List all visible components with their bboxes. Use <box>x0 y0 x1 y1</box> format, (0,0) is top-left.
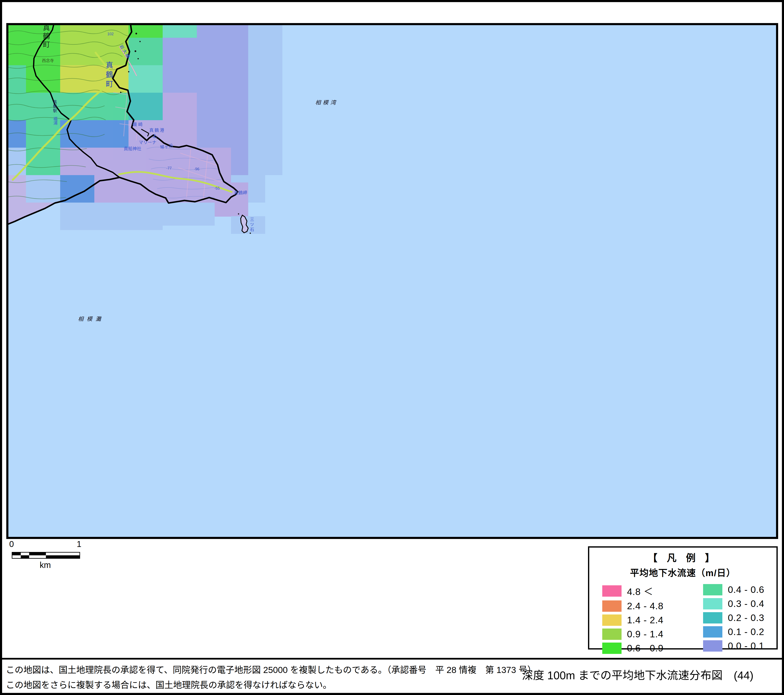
legend-item: 0.2 - 0.3 <box>703 612 764 624</box>
scale-bar-graphic <box>12 552 80 559</box>
velocity-cell <box>248 65 282 93</box>
legend-item: 0.9 - 1.4 <box>602 629 664 640</box>
velocity-cell <box>197 65 248 93</box>
velocity-cell <box>163 38 197 65</box>
velocity-cell <box>163 148 197 175</box>
legend-item-label: 4.8 ＜ <box>627 584 653 598</box>
velocity-cell <box>128 93 163 120</box>
map-sheet-page: 真鶴町 真鶴町 相模湾 相模灘 岩大橋 磯崎 真鶴港 ⚓ マリーナ 貴船神社 琴… <box>0 0 784 695</box>
velocity-cell <box>60 203 94 230</box>
spot-height-77: ·77 <box>166 166 172 170</box>
velocity-cell <box>6 93 26 120</box>
attribution-line-1: この地図は、国土地理院長の承認を得て、同院発行の電子地形図 25000 を複製し… <box>6 663 536 675</box>
legend-item-label: 2.4 - 4.8 <box>627 601 664 612</box>
legend-swatch <box>602 585 621 597</box>
legend-item: 0.6 - 0.9 <box>602 642 664 654</box>
sea-label-sagami-bay: 相模湾 <box>315 100 338 106</box>
town-label-peninsula: 真鶴町 <box>105 61 112 89</box>
map-area: 真鶴町 真鶴町 相模湾 相模灘 岩大橋 磯崎 真鶴港 ⚓ マリーナ 貴船神社 琴… <box>6 23 778 539</box>
spot-height-102: 102 <box>107 32 114 36</box>
legend-item: 0.1 - 0.2 <box>703 626 764 637</box>
legend-swatch <box>703 640 722 652</box>
port-label: 真鶴港 <box>149 128 165 132</box>
legend-columns: 4.8 ＜2.4 - 4.81.4 - 2.40.9 - 1.40.6 - 0.… <box>589 579 776 657</box>
legend-swatch <box>602 642 621 654</box>
velocity-cell <box>26 65 60 93</box>
legend-item: 0.0 - 0.1 <box>703 640 764 652</box>
velocity-cell <box>248 23 282 38</box>
legend-item-label: 0.1 - 0.2 <box>728 626 764 637</box>
shrine-label: 貴船神社 <box>124 146 141 151</box>
velocity-cell <box>163 120 197 148</box>
legend-item-label: 0.0 - 0.1 <box>728 641 764 651</box>
legend-swatch <box>602 629 621 640</box>
velocity-cell <box>60 38 94 65</box>
legend-item-label: 0.9 - 1.4 <box>627 629 664 640</box>
velocity-cell <box>128 148 163 175</box>
scale-end-label: 1 <box>77 540 81 549</box>
velocity-cell <box>60 175 94 203</box>
scale-bar: 0 1 km <box>2 540 90 573</box>
isozaki-label: 磯崎 <box>132 122 144 127</box>
legend-swatch <box>703 598 722 609</box>
velocity-cell <box>197 93 248 120</box>
velocity-cell <box>60 148 94 175</box>
legend-column-left: 4.8 ＜2.4 - 4.81.4 - 2.40.9 - 1.40.6 - 0.… <box>602 584 664 657</box>
legend-item-label: 0.4 - 0.6 <box>728 584 764 595</box>
station-label: 真鶴駅 <box>53 100 57 113</box>
velocity-cell <box>197 38 248 65</box>
cape-label: 真鶴岬 <box>234 190 247 195</box>
legend-item: 1.4 - 2.4 <box>602 614 664 626</box>
legend-swatch <box>602 601 621 612</box>
legend-item: 0.3 - 0.4 <box>703 598 764 609</box>
spot-height-55: ·55 <box>214 186 220 191</box>
sea-label-sagami-nada: 相模灘 <box>78 316 104 322</box>
velocity-cell <box>94 93 128 120</box>
legend-item-label: 0.2 - 0.3 <box>728 612 764 623</box>
velocity-cell <box>231 148 248 175</box>
legend-column-right: 0.4 - 0.60.3 - 0.40.2 - 0.30.1 - 0.20.0 … <box>703 584 764 657</box>
velocity-cell <box>248 38 282 65</box>
footer-separator-line <box>2 658 784 660</box>
legend-item: 2.4 - 4.8 <box>602 601 664 612</box>
velocity-cell <box>94 148 128 175</box>
legend-box: 【 凡 例 】 平均地下水流速（m/日） 4.8 ＜2.4 - 4.81.4 -… <box>588 546 778 649</box>
velocity-cell <box>6 23 26 38</box>
velocity-cell <box>128 203 163 230</box>
velocity-cell <box>197 120 248 148</box>
scale-start-label: 0 <box>9 540 14 549</box>
velocity-cell <box>248 148 282 175</box>
sheet-title: 深度 100m までの平均地下水流速分布図 (44) <box>522 667 783 682</box>
velocity-cell <box>6 148 26 175</box>
velocity-cell <box>163 203 215 226</box>
velocity-cell <box>94 203 128 230</box>
legend-swatch <box>703 584 722 595</box>
spot-height-96: ·96 <box>194 167 199 171</box>
velocity-cell <box>197 23 248 38</box>
scale-unit-label: km <box>12 560 79 570</box>
legend-item: 0.4 - 0.6 <box>703 584 764 595</box>
velocity-cell <box>128 38 163 65</box>
velocity-cell <box>231 216 265 234</box>
fukuura-label: 福浦 <box>53 117 57 125</box>
legend-subtitle: 平均地下水流速（m/日） <box>589 566 776 579</box>
attribution-line-2: この地図をさらに複製する場合には、国土地理院長の承認を得なければならない。 <box>6 678 332 691</box>
velocity-cell <box>163 65 197 93</box>
velocity-cell <box>6 38 26 65</box>
legend-item: 4.8 ＜ <box>602 584 664 598</box>
velocity-cell <box>163 23 197 38</box>
map-canvas <box>6 23 778 539</box>
legend-item-label: 1.4 - 2.4 <box>627 615 664 626</box>
velocity-cell <box>248 120 282 148</box>
legend-item-label: 0.6 - 0.9 <box>627 643 664 654</box>
legend-title: 【 凡 例 】 <box>589 550 776 564</box>
marina-label: マリーナ <box>139 140 156 145</box>
velocity-cell <box>163 93 197 120</box>
legend-swatch <box>703 612 722 624</box>
velocity-cell <box>248 93 282 120</box>
mitsuishi-label: 三ツ石 <box>249 217 254 232</box>
legend-swatch <box>703 626 722 637</box>
town-label-northwest: 真鶴町 <box>42 24 49 49</box>
velocity-cell <box>128 23 163 38</box>
velocity-mesh-cells <box>6 23 282 234</box>
